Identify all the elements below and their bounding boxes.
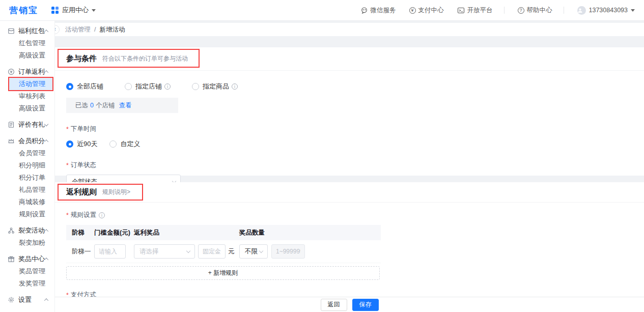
radio-selected-icon (66, 83, 73, 90)
nav-label: 支付中心 (418, 6, 444, 15)
threshold-amount-input[interactable] (94, 244, 126, 259)
sidebar-item-points-order[interactable]: 积分订单 (0, 172, 54, 184)
participation-card: 参与条件 符合以下条件的订单可参与活动 全部店铺 指定店铺 i 指定商品 i (55, 47, 644, 176)
sidebar-item-label: 积分明细 (19, 161, 45, 170)
section-title-participation: 参与条件 (66, 54, 97, 64)
col-header-threshold: 门槛金额(元) (94, 229, 134, 237)
required-asterisk: * (66, 212, 69, 219)
sidebar-item-review-list[interactable]: 审核列表 (0, 90, 54, 102)
col-header-prize: 返利奖品 (134, 229, 239, 237)
sidebar-group-label: 奖品中心 (18, 254, 45, 264)
nav-label: 开放平台 (467, 6, 493, 15)
sidebar-group-prize-center[interactable]: 奖品中心 (0, 253, 54, 265)
radio-custom-time[interactable]: 自定义 (109, 139, 140, 149)
nav-open-platform[interactable]: 开放平台 (457, 6, 493, 15)
sidebar-item-redpacket-manage[interactable]: 红包管理 (0, 37, 54, 49)
chevron-up-icon (44, 229, 48, 233)
red-packet-icon (8, 27, 15, 35)
sidebar-group-member-points[interactable]: 会员积分 (0, 135, 54, 147)
sidebar-item-mall-decoration[interactable]: 商城装修 (0, 196, 54, 208)
radio-label: 指定商品 (203, 82, 229, 91)
section-subtitle: 符合以下条件的订单可参与活动 (102, 54, 188, 63)
sidebar-item-member-manage[interactable]: 会员管理 (0, 147, 54, 159)
sidebar-item-label: 高级设置 (19, 51, 45, 60)
sidebar-item-prize-manage[interactable]: 奖品管理 (0, 265, 54, 277)
col-header-tier: 阶梯 (72, 229, 94, 237)
sidebar-item-advanced-settings-2[interactable]: 高级设置 (0, 102, 54, 115)
sidebar-group-fission-activity[interactable]: 裂变活动 (0, 224, 54, 237)
radio-icon (125, 83, 132, 90)
add-rule-label: + 新增规则 (208, 269, 238, 277)
sidebar-item-label: 裂变加粉 (19, 238, 45, 247)
rebate-rules-card: 返利规则 规则说明> * 规则设置 i 阶梯 门槛金额(元) 返利奖品 奖品数量… (55, 182, 644, 297)
prize-select[interactable]: 请选择 (134, 244, 195, 259)
chevron-down-icon (92, 9, 96, 12)
chevron-up-icon (44, 70, 48, 74)
action-footer: 返回 保存 (55, 297, 644, 312)
breadcrumb-parent[interactable]: 活动管理 (65, 25, 91, 34)
save-button[interactable]: 保存 (352, 299, 379, 311)
chevron-down-icon (631, 9, 635, 12)
view-shops-link[interactable]: 查看 (119, 101, 131, 110)
sidebar-item-label: 积分订单 (19, 173, 45, 182)
amount-unit-label: 元 (228, 247, 235, 256)
app-center-label: 应用中心 (62, 6, 89, 15)
rule-description-link[interactable]: 规则说明> (102, 188, 130, 196)
rebate-rule-table: 阶梯 门槛金额(元) 返利奖品 奖品数量 阶梯一 请选择 (66, 225, 381, 263)
prize-select-placeholder: 请选择 (139, 247, 159, 256)
sidebar-group-welfare-redpacket[interactable]: 福利红包 (0, 25, 54, 37)
sidebar-item-rule-settings[interactable]: 规则设置 (0, 208, 54, 220)
nav-wechat-service[interactable]: 微信服务 (360, 6, 396, 15)
sidebar-group-order-rebate[interactable]: 订单返利 (0, 66, 54, 78)
avatar (577, 6, 586, 15)
sidebar-item-label: 会员管理 (19, 149, 45, 158)
required-asterisk: * (66, 126, 69, 133)
add-rule-button[interactable]: + 新增规则 (66, 266, 380, 280)
chevron-down-icon (259, 248, 263, 252)
radio-specified-shops[interactable]: 指定店铺 i (125, 82, 171, 91)
chevron-down-icon (44, 122, 48, 126)
radio-label: 自定义 (120, 139, 140, 149)
radio-selected-icon (66, 140, 73, 148)
sidebar-item-points-detail[interactable]: 积分明细 (0, 159, 54, 172)
sidebar-group-label: 订单返利 (18, 67, 45, 76)
rule-settings-label: 规则设置 (71, 211, 96, 219)
info-icon[interactable]: i (99, 212, 105, 218)
info-icon[interactable]: i (164, 83, 171, 90)
wechat-icon (360, 7, 368, 14)
info-icon[interactable]: i (232, 83, 238, 90)
app-center-menu[interactable]: 应用中心 (51, 6, 96, 15)
review-gift-icon (8, 121, 15, 128)
radio-all-shops[interactable]: 全部店铺 (66, 82, 103, 91)
required-asterisk: * (66, 162, 69, 169)
radio-last-90-days[interactable]: 近90天 (66, 139, 97, 149)
sidebar-group-label: 福利红包 (18, 26, 45, 36)
pay-icon: ¥ (409, 7, 416, 14)
sidebar-item-gift-manage[interactable]: 礼品管理 (0, 184, 54, 196)
sidebar-item-fission-fans[interactable]: 裂变加粉 (0, 237, 54, 249)
sidebar-group-review-gift[interactable]: 评价有礼 (0, 119, 54, 131)
quantity-limit-select[interactable]: 不限 (239, 244, 268, 259)
nav-help-center[interactable]: ? 帮助中心 (518, 6, 552, 15)
sidebar-item-label: 奖品管理 (19, 267, 45, 276)
radio-specified-goods[interactable]: 指定商品 i (192, 82, 238, 91)
infobox-prefix: 已选 (75, 101, 88, 110)
col-header-quantity: 奖品数量 (239, 229, 375, 237)
sidebar-item-award-manage[interactable]: 发奖管理 (0, 277, 54, 290)
sidebar-item-label: 规则设置 (19, 210, 45, 219)
selected-shop-count: 0 (90, 102, 94, 109)
back-button[interactable]: 返回 (321, 299, 347, 311)
settings-icon (8, 296, 15, 303)
breadcrumb-current: 新增活动 (99, 25, 125, 34)
fixed-amount-input[interactable] (198, 244, 226, 259)
collapse-sidebar-button[interactable]: ‹ (55, 25, 60, 34)
sidebar-item-label: 红包管理 (19, 39, 45, 48)
sidebar-item-activity-manage[interactable]: 活动管理 (9, 78, 52, 90)
sidebar: 福利红包 红包管理 高级设置 订单返利 活动管理 审核列表 高级设置 评价有礼 … (0, 21, 55, 312)
account-menu[interactable]: 13730843093 (577, 6, 635, 15)
nav-pay-center[interactable]: ¥ 支付中心 (409, 6, 444, 15)
chevron-up-icon (44, 139, 48, 144)
sidebar-group-settings[interactable]: 设置 (0, 294, 54, 306)
sidebar-item-advanced-settings-1[interactable]: 高级设置 (0, 49, 54, 62)
sidebar-item-label: 审核列表 (19, 92, 45, 101)
